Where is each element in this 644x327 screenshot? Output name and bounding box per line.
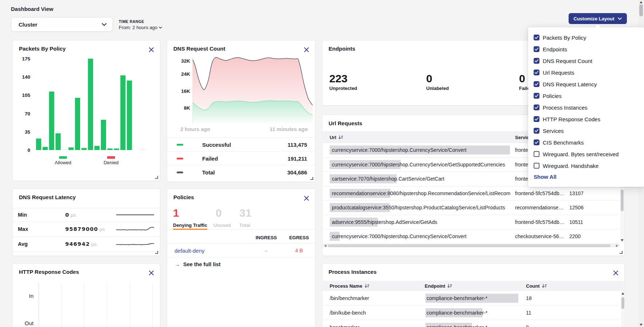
stat-unprotected: 223 Unprotected [329, 73, 357, 91]
process-table-row[interactable]: /bin/benchmarkercompliance-benchmarker-*… [323, 291, 619, 306]
svg-text:16K: 16K [181, 88, 190, 94]
card-title: Url Requests [329, 120, 362, 126]
layout-option-wireguard-handshake[interactable]: Wireguard. Handshake [534, 160, 598, 172]
url-table-row[interactable]: recommendationservice:8080/hipstershop.R… [323, 186, 619, 201]
legend-row-failed: Failed 191,211 [167, 151, 315, 165]
svg-text:Denied: Denied [103, 160, 118, 165]
url-table-row[interactable]: productcatalogservice:3550/hipstershop.P… [323, 201, 619, 215]
dns-request-count-chart: 32K24K16K8K2 hours ago11 minutes ago [167, 40, 315, 135]
dropdown-notch [595, 25, 601, 28]
svg-text:Allowed: Allowed [55, 160, 71, 165]
dns-legend: Successful 113,475 Failed 191,211 Total … [167, 137, 315, 179]
checkbox-checked-icon [534, 70, 539, 75]
count-cell: 12506 [569, 205, 584, 210]
layout-option-services[interactable]: Services [534, 125, 564, 137]
card-process-instances: Process Instances Process Name Endpoint … [322, 263, 625, 327]
policy-name-link[interactable]: default-deny [174, 247, 205, 253]
endpoint-column-header[interactable]: Endpoint [425, 283, 452, 289]
layout-option-cis-benchmarks[interactable]: CIS Benchmarks [534, 137, 584, 148]
url-column-header[interactable]: Url [330, 134, 343, 140]
layout-option-process-instances[interactable]: Process Instances [534, 102, 588, 113]
svg-text:140: 140 [22, 74, 30, 80]
sort-icon [338, 135, 343, 139]
policies-tab-unused[interactable]: 0 Unused [213, 207, 231, 228]
close-icon[interactable] [613, 270, 619, 276]
policies-tab-total[interactable]: 31 Total [239, 207, 251, 228]
process-name-column-header[interactable]: Process Name [330, 283, 369, 289]
layout-option-endpoints[interactable]: Endpoints [534, 43, 567, 55]
view-select[interactable]: Cluster [11, 17, 113, 32]
latency-row-min: Min 0µs [13, 208, 160, 222]
layout-option-dns-request-count[interactable]: DNS Request Count [534, 55, 592, 67]
card-title: Endpoints [329, 46, 355, 52]
card-title: HTTP Response Codes [19, 269, 79, 275]
process-table-vertical-scrollbar[interactable] [621, 291, 625, 327]
url-cell: cartservice:7070/hipstershop.CartService… [332, 176, 510, 182]
dashboard-page: { "header": { "title": "Dashboard View",… [0, 0, 644, 327]
layout-option-policies[interactable]: Policies [534, 90, 562, 102]
resize-handle[interactable] [310, 177, 313, 180]
process-name-cell: /bin/kube-bench [330, 310, 366, 316]
close-icon[interactable] [149, 270, 154, 276]
checkbox-checked-icon [534, 105, 539, 110]
show-all-link[interactable]: Show All [534, 174, 557, 180]
layout-option-dns-request-latency[interactable]: DNS Request Latency [534, 78, 597, 90]
service-cell: frontend-5fc5754db… [515, 219, 566, 225]
url-table-horizontal-scrollbar[interactable] [323, 244, 620, 247]
card-dns-request-count: DNS Request Count 32K24K16K8K2 hours ago… [167, 40, 315, 182]
checkbox-checked-icon [534, 139, 539, 145]
svg-text:0: 0 [27, 147, 30, 153]
policies-tab-denying[interactable]: 1 Denying Traffic [173, 207, 207, 228]
total-swatch [177, 172, 183, 173]
url-cell: adservice:9555/hipstershop.AdService/Get… [332, 219, 510, 225]
endpoint-cell: compliance-benchmarker-* [427, 324, 487, 327]
avg-sparkline [116, 239, 154, 249]
customize-layout-button[interactable]: Customize Layout [569, 13, 627, 24]
url-table-row[interactable]: currencyservice:7000/hipstershop.Currenc… [323, 229, 619, 244]
checkbox-checked-icon [534, 35, 539, 40]
time-range-value[interactable]: From: 2 hours ago [119, 25, 162, 30]
out-axis-label: Out [18, 320, 34, 326]
layout-option-url-requests[interactable]: Url Requests [534, 67, 574, 78]
resize-handle[interactable] [155, 176, 158, 179]
resize-handle[interactable] [155, 251, 158, 254]
process-table-header: Process Name Endpoint Count [323, 281, 624, 291]
svg-text:32K: 32K [181, 58, 190, 64]
sort-icon [542, 284, 547, 288]
close-icon[interactable] [304, 196, 309, 201]
layout-option-packets-by-policy[interactable]: Packets By Policy [534, 32, 586, 43]
card-title: DNS Request Latency [19, 194, 76, 200]
in-axis-label: In [18, 293, 34, 299]
process-table-row[interactable]: benchmarkercompliance-benchmarker-*9 [323, 320, 619, 327]
count-column-header[interactable]: Count [526, 283, 547, 289]
url-cell: currencyservice:7000/hipstershop.Currenc… [332, 147, 510, 153]
resize-handle[interactable] [620, 251, 623, 254]
url-cell: productcatalogservice:3550/hipstershop.P… [332, 205, 510, 210]
ingress-column-header: INGRESS [252, 235, 281, 240]
max-sparkline [116, 224, 154, 234]
count-cell: 11 [526, 310, 531, 316]
layout-option-wireguard-bytes-sent-received[interactable]: Wireguard. Bytes sent/received [534, 148, 619, 160]
layout-option-http-response-codes[interactable]: HTTP Response Codes [534, 113, 600, 125]
page-title: Dashboard View [11, 6, 53, 12]
service-cell: checkoutservice-56… [515, 233, 566, 239]
customize-layout-dropdown: Packets By PolicyEndpointsDNS Request Co… [528, 27, 644, 187]
url-table-row[interactable]: adservice:9555/hipstershop.AdService/Get… [323, 215, 619, 230]
checkbox-checked-icon [534, 93, 539, 99]
card-dns-request-latency: DNS Request Latency Min 0µs Max 95879000… [12, 189, 160, 256]
svg-text:105: 105 [22, 92, 30, 98]
chevron-down-icon [618, 17, 622, 20]
checkbox-checked-icon [534, 128, 539, 134]
time-range: TIME RANGE From: 2 hours ago [119, 19, 162, 30]
card-title: Process Instances [329, 269, 377, 275]
see-full-list-link[interactable]: → See the full list [174, 261, 220, 267]
legend-row-successful: Successful 113,475 [167, 137, 315, 151]
service-cell: recommendationse… [515, 205, 566, 210]
process-table-row[interactable]: /bin/kube-benchcompliance-benchmarker-*1… [323, 306, 619, 320]
url-cell: currencyservice:7000/hipstershop.Currenc… [332, 233, 510, 239]
process-name-cell: benchmarker [330, 324, 360, 327]
legend-row-total: Total 304,686 [167, 165, 315, 179]
card-title: Policies [173, 194, 194, 200]
sort-icon [365, 284, 369, 288]
policies-table-header: INGRESS EGRESS [167, 230, 315, 244]
